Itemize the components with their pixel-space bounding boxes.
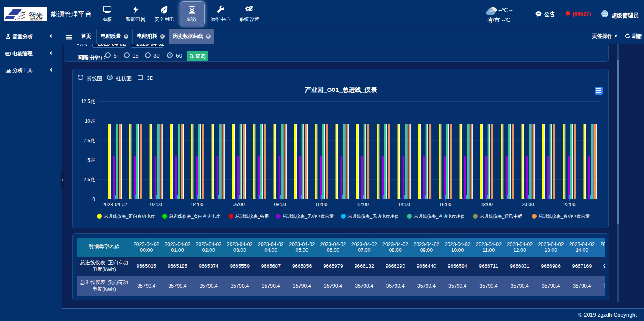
svg-text:08:00: 08:00 [274, 202, 286, 207]
svg-text:14:00: 14:00 [398, 202, 410, 207]
svg-text:02:00: 02:00 [150, 202, 162, 207]
svg-text:5兆: 5兆 [87, 157, 95, 163]
svg-text:10兆: 10兆 [85, 118, 95, 124]
svg-text:0: 0 [92, 197, 95, 202]
svg-text:10:00: 10:00 [315, 202, 327, 207]
svg-text:16:00: 16:00 [439, 202, 451, 207]
svg-text:2023-04-02: 2023-04-02 [102, 202, 127, 207]
svg-text:22:00: 22:00 [563, 202, 575, 207]
svg-text:20:00: 20:00 [522, 202, 534, 207]
svg-text:12.5兆: 12.5兆 [81, 99, 95, 104]
svg-text:2.5兆: 2.5兆 [83, 177, 95, 182]
svg-text:12:00: 12:00 [357, 202, 369, 207]
svg-text:7.5兆: 7.5兆 [83, 138, 95, 143]
svg-text:18:00: 18:00 [481, 202, 493, 207]
svg-text:06:00: 06:00 [233, 202, 245, 207]
svg-text:04:00: 04:00 [191, 202, 203, 207]
